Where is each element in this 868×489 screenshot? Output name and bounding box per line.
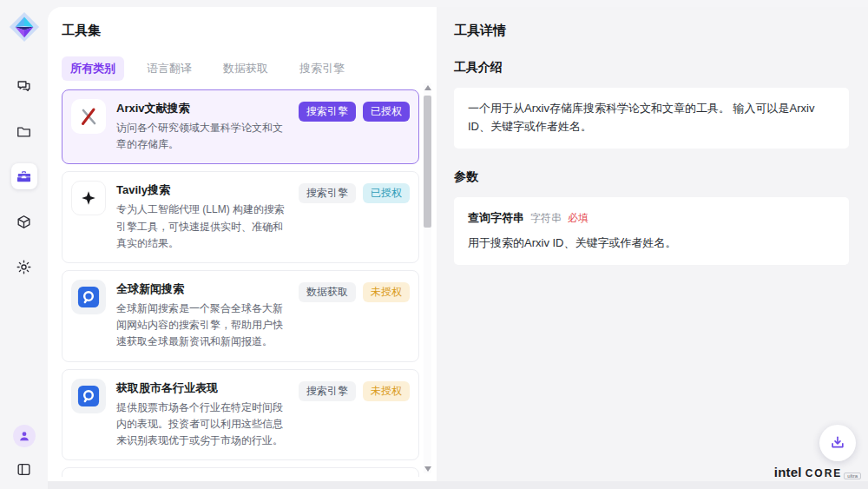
tool-description: 提供股票市场各个行业在特定时间段内的表现。投资者可以利用这些信息来识别表现优于或… xyxy=(116,400,292,450)
left-sidebar xyxy=(0,0,48,489)
horizontal-scrollbar-track[interactable] xyxy=(48,481,868,489)
category-badge: 搜索引擎 xyxy=(299,381,356,401)
auth-badge: 已授权 xyxy=(363,102,410,122)
brand-intel-text: intel xyxy=(774,465,802,479)
toolset-title: 工具集 xyxy=(62,23,437,39)
auth-badge: 未授权 xyxy=(363,282,410,302)
download-icon xyxy=(829,434,846,452)
tool-card-2[interactable]: 全球新闻搜索 全球新闻搜索是一个聚合全球各大新闻网站内容的搜索引擎，帮助用户快速… xyxy=(62,270,419,362)
tab-3[interactable]: 搜索引擎 xyxy=(291,56,353,81)
param-description: 用于搜索的Arxiv ID、关键字或作者姓名。 xyxy=(468,235,835,253)
tool-name: Arxiv文献搜索 xyxy=(116,101,292,116)
app-window: 工具集 所有类别语言翻译数据获取搜索引擎 Arxiv文献搜索 访问各个研究领域大… xyxy=(0,0,868,489)
panel-layout-icon[interactable] xyxy=(11,456,37,482)
intro-text: 一个用于从Arxiv存储库搜索科学论文和文章的工具。 输入可以是Arxiv ID… xyxy=(468,102,814,133)
scrollbar-down-arrow-icon[interactable] xyxy=(424,466,431,472)
auth-badge: 已授权 xyxy=(363,183,410,203)
intel-core-logo: intel CORE ultra xyxy=(774,465,861,479)
tool-description: 专为人工智能代理 (LLM) 构建的搜索引擎工具，可快速提供实时、准确和真实的结… xyxy=(116,202,292,252)
app-logo-icon[interactable] xyxy=(8,10,41,43)
scrollbar-up-arrow-icon[interactable] xyxy=(424,85,431,90)
main-panel: 工具集 所有类别语言翻译数据获取搜索引擎 Arxiv文献搜索 访问各个研究领域大… xyxy=(48,7,868,489)
param-name: 查询字符串 xyxy=(468,209,524,228)
tool-card-1[interactable]: Tavily搜索 专为人工智能代理 (LLM) 构建的搜索引擎工具，可快速提供实… xyxy=(62,171,419,263)
sidebar-nav xyxy=(11,73,37,280)
category-tabs: 所有类别语言翻译数据获取搜索引擎 xyxy=(62,56,437,81)
q-search-icon xyxy=(71,280,106,314)
tool-list: Arxiv文献搜索 访问各个研究领域大量科学论文和文章的存储库。 搜索引擎 已授… xyxy=(62,89,419,477)
tool-detail-column: 工具详情 工具介绍 一个用于从Arxiv存储库搜索科学论文和文章的工具。 输入可… xyxy=(437,7,868,489)
user-avatar-icon[interactable] xyxy=(13,425,36,447)
param-type: 字符串 xyxy=(530,210,562,227)
param-card: 查询字符串 字符串 必填 用于搜索的Arxiv ID、关键字或作者姓名。 xyxy=(454,197,849,266)
folder-icon[interactable] xyxy=(11,118,37,144)
toolset-column: 工具集 所有类别语言翻译数据获取搜索引擎 Arxiv文献搜索 访问各个研究领域大… xyxy=(48,7,437,489)
toolbox-icon[interactable] xyxy=(11,163,37,189)
cube-icon[interactable] xyxy=(11,208,37,235)
sidebar-footer xyxy=(0,425,48,482)
list-scrollbar[interactable] xyxy=(424,83,431,473)
tool-description: 全球新闻搜索是一个聚合全球各大新闻网站内容的搜索引擎，帮助用户快速获取全球最新资… xyxy=(116,301,292,351)
tab-2[interactable]: 数据获取 xyxy=(214,56,277,81)
brand-ultra-badge: ultra xyxy=(844,472,861,479)
intro-heading: 工具介绍 xyxy=(454,60,849,76)
q-search-icon xyxy=(71,379,106,413)
download-button[interactable] xyxy=(819,425,856,461)
detail-title: 工具详情 xyxy=(454,23,849,39)
intro-card: 一个用于从Arxiv存储库搜索科学论文和文章的工具。 输入可以是Arxiv ID… xyxy=(454,88,849,149)
scrollbar-thumb[interactable] xyxy=(424,96,431,228)
gear-icon[interactable] xyxy=(11,254,37,280)
tool-name: Tavily搜索 xyxy=(116,182,292,198)
param-required-badge: 必填 xyxy=(568,210,589,227)
tool-card-0[interactable]: Arxiv文献搜索 访问各个研究领域大量科学论文和文章的存储库。 搜索引擎 已授… xyxy=(62,89,419,164)
tool-description: 访问各个研究领域大量科学论文和文章的存储库。 xyxy=(116,120,292,153)
tool-card-3[interactable]: 获取股市各行业表现 提供股票市场各个行业在特定时间段内的表现。投资者可以利用这些… xyxy=(62,369,419,461)
sparkle-icon xyxy=(71,181,106,215)
tab-1[interactable]: 语言翻译 xyxy=(138,56,201,81)
chat-icon[interactable] xyxy=(11,73,37,99)
tool-card-4[interactable]: 获取市场最活跃股票信息 提供当天交易量最高的股票列表，投资者可以利用这些信息来识… xyxy=(62,467,419,477)
tab-0[interactable]: 所有类别 xyxy=(62,56,124,81)
category-badge: 搜索引擎 xyxy=(299,102,356,122)
auth-badge: 未授权 xyxy=(363,381,410,401)
tool-name: 获取股市各行业表现 xyxy=(116,380,292,396)
arxiv-icon xyxy=(71,99,106,134)
category-badge: 数据获取 xyxy=(299,282,356,302)
param-header: 查询字符串 字符串 必填 xyxy=(468,209,835,228)
params-heading: 参数 xyxy=(454,169,849,185)
category-badge: 搜索引擎 xyxy=(299,183,356,203)
tool-name: 全球新闻搜索 xyxy=(116,281,292,297)
brand-core-text: CORE xyxy=(806,467,843,479)
